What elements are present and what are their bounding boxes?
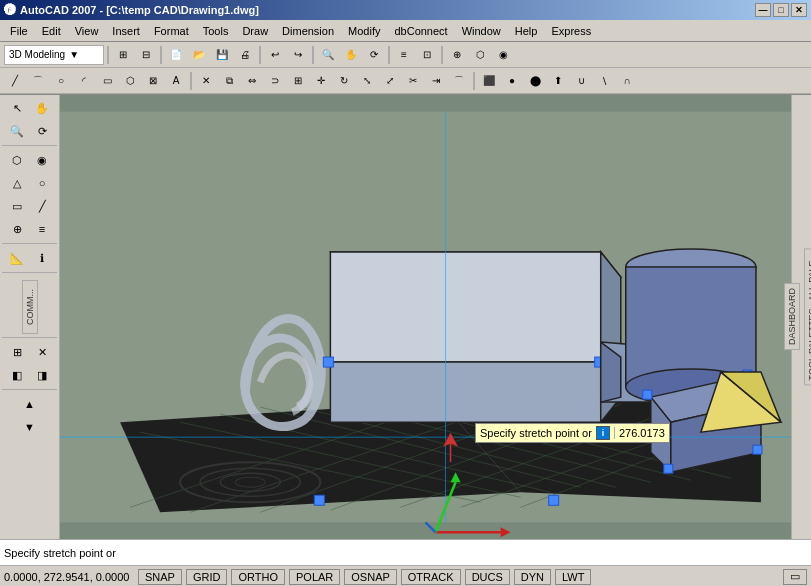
menu-file[interactable]: File — [4, 23, 34, 39]
mirror-btn[interactable]: ⇔ — [241, 71, 263, 91]
menu-tools[interactable]: Tools — [197, 23, 235, 39]
extra-tool-1[interactable]: ◧ — [5, 364, 29, 386]
trim-btn[interactable]: ✂ — [402, 71, 424, 91]
lwt-btn[interactable]: LWT — [555, 569, 591, 585]
menu-draw[interactable]: Draw — [236, 23, 274, 39]
comm-label[interactable]: COMM... — [22, 280, 38, 334]
snap-btn[interactable]: SNAP — [138, 569, 182, 585]
dyn-btn[interactable]: DYN — [514, 569, 551, 585]
3d-orbit-btn[interactable]: ⊕ — [446, 45, 468, 65]
draw-tool-2[interactable]: ○ — [30, 172, 54, 194]
menu-dbconnect[interactable]: dbConnect — [388, 23, 453, 39]
info-tool[interactable]: ℹ — [30, 247, 54, 269]
circle-btn[interactable]: ○ — [50, 71, 72, 91]
stretch-btn[interactable]: ⤢ — [379, 71, 401, 91]
extra-tool-2[interactable]: ◨ — [30, 364, 54, 386]
menu-help[interactable]: Help — [509, 23, 544, 39]
toolbar-separator — [107, 46, 109, 64]
polyline-btn[interactable]: ⌒ — [27, 71, 49, 91]
toolbar-btn-2[interactable]: ⊟ — [135, 45, 157, 65]
extend-btn[interactable]: ⇥ — [425, 71, 447, 91]
3dsubtract-btn[interactable]: ∖ — [593, 71, 615, 91]
open-file-btn[interactable]: 📂 — [188, 45, 210, 65]
copy-btn[interactable]: ⧉ — [218, 71, 240, 91]
ducs-btn[interactable]: DUCS — [465, 569, 510, 585]
plot-btn[interactable]: 🖨 — [234, 45, 256, 65]
left-tool-row-7: 📐 ℹ — [5, 247, 54, 269]
undo-btn[interactable]: ↩ — [264, 45, 286, 65]
measure-tool[interactable]: 📐 — [5, 247, 29, 269]
close-tool[interactable]: ✕ — [30, 341, 54, 363]
3dsphere-btn[interactable]: ● — [501, 71, 523, 91]
3dcyl-btn[interactable]: ⬤ — [524, 71, 546, 91]
3d-tool-2[interactable]: ◉ — [30, 149, 54, 171]
3dextrude-btn[interactable]: ⬆ — [547, 71, 569, 91]
tool-palettes-label[interactable]: TOOL PALETTES - ALL PALE... — [804, 248, 812, 385]
line-btn[interactable]: ╱ — [4, 71, 26, 91]
polygon-btn[interactable]: ⬡ — [119, 71, 141, 91]
3dintersect-btn[interactable]: ∩ — [616, 71, 638, 91]
menu-window[interactable]: Window — [456, 23, 507, 39]
tooltip-text: Specify stretch point or — [480, 427, 592, 439]
rotate-btn[interactable]: ↻ — [333, 71, 355, 91]
workspace-dropdown[interactable]: 3D Modeling ▼ — [4, 45, 104, 65]
toolbar-btn-1[interactable]: ⊞ — [112, 45, 134, 65]
redo-btn[interactable]: ↪ — [287, 45, 309, 65]
menu-modify[interactable]: Modify — [342, 23, 386, 39]
menu-insert[interactable]: Insert — [106, 23, 146, 39]
grid-btn[interactable]: GRID — [186, 569, 228, 585]
left-panel: ↖ ✋ 🔍 ⟳ ⬡ ◉ △ ○ ▭ ╱ ⊕ ≡ 📐 ℹ — [0, 95, 60, 539]
menu-format[interactable]: Format — [148, 23, 195, 39]
arc-btn[interactable]: ◜ — [73, 71, 95, 91]
zoom-btn[interactable]: 🔍 — [317, 45, 339, 65]
toolbar-separator4 — [312, 46, 314, 64]
menu-dimension[interactable]: Dimension — [276, 23, 340, 39]
ortho-btn[interactable]: ORTHO — [231, 569, 285, 585]
draw-tool-1[interactable]: △ — [5, 172, 29, 194]
svg-rect-19 — [549, 495, 559, 505]
3d-tool-1[interactable]: ⬡ — [5, 149, 29, 171]
scroll-up-tool[interactable]: ▲ — [18, 393, 42, 415]
orbit-btn[interactable]: ⟳ — [363, 45, 385, 65]
offset-btn[interactable]: ⊃ — [264, 71, 286, 91]
draw-tool-4[interactable]: ╱ — [30, 195, 54, 217]
scale-btn[interactable]: ⤡ — [356, 71, 378, 91]
menu-view[interactable]: View — [69, 23, 105, 39]
maximize-button[interactable]: □ — [773, 3, 789, 17]
pan-btn[interactable]: ✋ — [340, 45, 362, 65]
menu-edit[interactable]: Edit — [36, 23, 67, 39]
fillet-btn[interactable]: ⌒ — [448, 71, 470, 91]
layer-btn[interactable]: ≡ — [393, 45, 415, 65]
move-btn[interactable]: ✛ — [310, 71, 332, 91]
rect-btn[interactable]: ▭ — [96, 71, 118, 91]
osnap-btn[interactable]: OSNAP — [344, 569, 397, 585]
orbit-tool[interactable]: ⟳ — [30, 120, 54, 142]
close-button[interactable]: ✕ — [791, 3, 807, 17]
minimize-button[interactable]: — — [755, 3, 771, 17]
3dunion-btn[interactable]: ∪ — [570, 71, 592, 91]
erase-btn[interactable]: ✕ — [195, 71, 217, 91]
visual-style-btn[interactable]: ◉ — [492, 45, 514, 65]
scroll-dn-tool[interactable]: ▼ — [18, 416, 42, 438]
zoom-tool[interactable]: 🔍 — [5, 120, 29, 142]
new-file-btn[interactable]: 📄 — [165, 45, 187, 65]
dashboard-label[interactable]: DASHBOARD — [784, 283, 800, 350]
draw-tool-3[interactable]: ▭ — [5, 195, 29, 217]
layer-tool[interactable]: ≡ — [30, 218, 54, 240]
menu-express[interactable]: Express — [545, 23, 597, 39]
array-btn[interactable]: ⊞ — [287, 71, 309, 91]
text-btn[interactable]: A — [165, 71, 187, 91]
hatch-btn[interactable]: ⊠ — [142, 71, 164, 91]
3dbox-btn[interactable]: ⬛ — [478, 71, 500, 91]
pan-tool[interactable]: ✋ — [30, 97, 54, 119]
viewport[interactable]: Specify stretch point or i 276.0173 — [60, 95, 791, 539]
otrack-btn[interactable]: OTRACK — [401, 569, 461, 585]
props-btn[interactable]: ⊡ — [416, 45, 438, 65]
3d-view-btn[interactable]: ⬡ — [469, 45, 491, 65]
save-btn[interactable]: 💾 — [211, 45, 233, 65]
calc-tool[interactable]: ⊞ — [5, 341, 29, 363]
polar-btn[interactable]: POLAR — [289, 569, 340, 585]
select-tool[interactable]: ↖ — [5, 97, 29, 119]
model-btn[interactable]: ▭ — [783, 569, 807, 585]
snap-tool[interactable]: ⊕ — [5, 218, 29, 240]
